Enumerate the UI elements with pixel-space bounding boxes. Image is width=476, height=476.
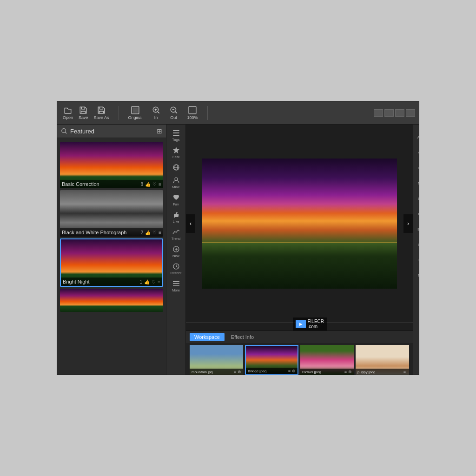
svg-line-7 (175, 112, 177, 113)
svg-line-3 (158, 112, 159, 113)
left-panel: ⊞ Basic Correction 8 👍 ♡ ≡ (57, 125, 166, 375)
search-icon (61, 128, 67, 134)
like-icon[interactable]: 👍 (145, 230, 151, 235)
toolbar-separator-1 (119, 106, 119, 120)
search-input[interactable] (70, 128, 154, 135)
right-nav-label: More (418, 274, 419, 277)
grid-view-button[interactable]: ⊞ (157, 127, 162, 135)
menu-icon[interactable]: ≡ (159, 182, 161, 187)
preset-item-selected[interactable]: Bright Night 1 👍 ♡ ≡ (60, 238, 163, 287)
preset-item[interactable]: Basic Correction 8 👍 ♡ ≡ (60, 142, 163, 188)
view-buttons (374, 109, 415, 117)
right-nav-lens[interactable]: Lens (413, 157, 419, 172)
nav-item-mine[interactable]: Mine (166, 175, 185, 191)
like-icon[interactable]: 👍 (145, 182, 151, 187)
nav-item-feat[interactable]: Feat (166, 145, 185, 161)
watermark-text: FILECR.com (307, 319, 324, 329)
preset-item[interactable]: Black and White Photograph 2 👍 ♡ ≡ (60, 190, 163, 237)
svg-point-19 (175, 178, 178, 180)
original-button[interactable]: Original (126, 105, 145, 121)
film-menu-icon[interactable]: ≡ (288, 369, 291, 373)
nav-label: Mine (172, 185, 179, 189)
right-nav-label: Lens (418, 166, 419, 170)
right-nav-label: Mask (418, 182, 419, 185)
zoom-out-button[interactable]: Out (168, 105, 180, 121)
right-nav-dual[interactable]: Dual (413, 249, 419, 264)
toolbar-separator-2 (207, 106, 208, 120)
tab-workspace[interactable]: Workspace (190, 333, 225, 341)
right-nav-basic[interactable]: Basic (413, 188, 419, 202)
like-icon[interactable]: 👍 (144, 279, 150, 284)
search-bar: ⊞ (57, 125, 166, 138)
film-thumb-flower[interactable]: Flower.jpeg ≡ ⊗ (300, 345, 354, 375)
open-button[interactable]: Open (61, 105, 75, 121)
nav-item-globe[interactable] (166, 162, 185, 174)
nav-label: Tags (172, 138, 180, 142)
view-single-button[interactable] (374, 109, 383, 117)
watermark-icon: ▶ (296, 320, 306, 328)
film-thumb-puppy[interactable]: puppy.jpeg ≡ (356, 345, 409, 375)
right-nav-label: Bright (417, 228, 419, 231)
right-nav-mask[interactable]: Mask (413, 172, 419, 187)
filmstrip-tabs: Workspace Effect Info (186, 331, 413, 343)
film-close-icon[interactable]: ⊗ (238, 370, 241, 374)
zoom-100-button[interactable]: 100% (185, 105, 200, 121)
right-nav-label: Crop (418, 151, 419, 154)
view-split3-button[interactable] (406, 109, 415, 117)
preset-name: Black and White Photograph (62, 230, 126, 235)
save-as-button[interactable]: Save As (92, 105, 111, 121)
nav-strip: Tags Feat Mine Fav Like (166, 125, 186, 375)
heart-icon[interactable]: ♡ (152, 279, 156, 284)
heart-icon[interactable]: ♡ (152, 230, 157, 235)
film-icons: ≡ ⊗ (344, 370, 352, 374)
tab-effect-info[interactable]: Effect Info (226, 333, 258, 341)
prev-image-button[interactable]: ‹ (186, 214, 195, 233)
nav-item-fav[interactable]: Fav (166, 192, 185, 208)
right-nav-color[interactable]: Color (413, 234, 419, 248)
right-nav-label: Blurs (418, 212, 419, 216)
save-button[interactable]: Save (77, 105, 90, 121)
heart-icon[interactable]: ♡ (152, 182, 157, 187)
right-nav-bright[interactable]: Bright (413, 218, 419, 233)
film-close-icon[interactable]: ⊗ (292, 369, 296, 373)
nav-label: Fav (173, 202, 179, 206)
menu-icon[interactable]: ≡ (158, 279, 160, 284)
bridge-horizon-line (202, 242, 397, 243)
film-menu-icon[interactable]: ≡ (234, 370, 236, 374)
right-nav-more[interactable]: More (413, 264, 419, 279)
view-split1-button[interactable] (384, 109, 394, 117)
nav-item-more[interactable]: More (166, 278, 185, 294)
nav-item-tags[interactable]: Tags (166, 127, 185, 144)
menu-icon[interactable]: ≡ (159, 230, 161, 235)
next-image-button[interactable]: › (403, 214, 413, 233)
preset-label-row: Black and White Photograph 2 👍 ♡ ≡ (60, 228, 163, 237)
svg-rect-13 (173, 132, 179, 133)
right-nav-label: Color (418, 243, 419, 246)
preset-name: Basic Correction (62, 181, 99, 187)
nav-item-trend[interactable]: Trend (166, 226, 185, 243)
film-thumb-bridge[interactable]: Bridge.jpeg ≡ ⊗ (245, 345, 298, 375)
watermark: ▶ FILECR.com (293, 317, 327, 331)
film-menu-icon[interactable]: ≡ (403, 370, 406, 374)
nav-item-like[interactable]: Like (166, 209, 185, 225)
film-label-row: Flower.jpeg ≡ ⊗ (300, 369, 354, 375)
film-menu-icon[interactable]: ≡ (344, 370, 347, 374)
film-close-icon[interactable]: ⊗ (348, 370, 352, 374)
main-image-wrapper: ‹ › (186, 125, 413, 322)
view-split2-button[interactable] (395, 109, 404, 117)
nav-label: Trend (172, 237, 180, 241)
right-nav-adjust[interactable]: Adjust (413, 126, 419, 141)
filmstrip-scroll: mountain.jpg ≡ ⊗ Bridge.jpeg ≡ (186, 343, 413, 375)
bridge-image (202, 159, 397, 289)
svg-rect-12 (173, 130, 179, 131)
preset-actions: 1 👍 ♡ ≡ (140, 279, 160, 284)
right-nav-blurs[interactable]: Blurs (413, 203, 419, 218)
nav-item-recent[interactable]: Recent (166, 261, 185, 277)
zoom-in-button[interactable]: In (150, 105, 162, 121)
nav-item-new[interactable]: New (166, 244, 185, 260)
preset-item[interactable] (60, 289, 163, 312)
film-name: puppy.jpeg (357, 370, 376, 374)
file-tools: Open Save Save As (61, 105, 111, 121)
film-thumb-mountain[interactable]: mountain.jpg ≡ ⊗ (190, 345, 243, 375)
right-nav-crop[interactable]: Crop (413, 142, 419, 156)
